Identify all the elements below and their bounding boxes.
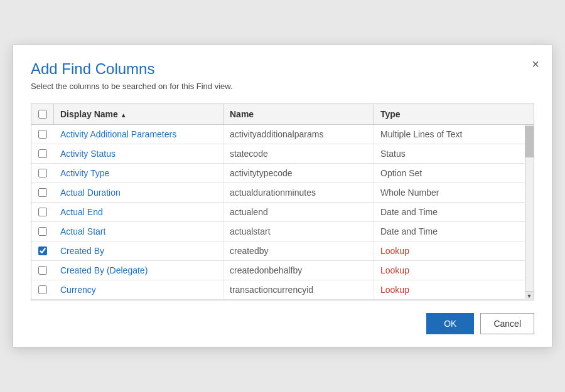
row-checkbox-8[interactable] [38,285,47,294]
add-find-columns-dialog: × Add Find Columns Select the columns to… [13,45,552,347]
dialog-footer: OK Cancel [31,313,534,334]
row-checkbox-cell-6[interactable] [31,241,54,260]
row-checkbox-cell-4[interactable] [31,203,54,221]
row-checkbox-5[interactable] [38,227,47,236]
row-checkbox-0[interactable] [38,130,47,139]
row-name-7: createdonbehalfby [223,261,374,280]
row-type-8: Lookup [374,280,534,299]
row-display-5: Actual Start [54,222,223,241]
table-row[interactable]: Currency transactioncurrencyid Lookup [31,280,534,300]
row-display-1: Activity Status [54,144,223,163]
row-name-3: actualdurationminutes [223,183,374,202]
header-checkbox-cell[interactable] [31,104,54,124]
row-display-7: Created By (Delegate) [54,261,223,280]
row-name-5: actualstart [223,222,374,241]
row-name-0: activityadditionalparams [223,125,374,144]
row-checkbox-7[interactable] [38,266,47,275]
row-checkbox-2[interactable] [38,169,47,177]
table-row[interactable]: Created By (Delegate) createdonbehalfby … [31,261,534,280]
sort-arrow-icon: ▲ [121,112,127,119]
header-display-name[interactable]: Display Name▲ [54,104,223,124]
table-body: Activity Additional Parameters activitya… [31,125,534,300]
scrollbar-track[interactable]: ▲ ▼ [525,125,534,300]
table-row[interactable]: Created By createdby Lookup [31,241,534,261]
table-row[interactable]: Actual Duration actualdurationminutes Wh… [31,183,534,203]
header-name: Name [223,104,374,124]
row-display-4: Actual End [54,203,223,221]
row-checkbox-6[interactable] [38,246,47,255]
cancel-button[interactable]: Cancel [480,313,534,334]
row-type-7: Lookup [374,261,534,280]
dialog-subtitle: Select the columns to be searched on for… [31,82,534,91]
row-type-2: Option Set [374,164,534,183]
row-name-1: statecode [223,144,374,163]
header-type: Type [374,104,534,124]
row-name-8: transactioncurrencyid [223,280,374,299]
row-checkbox-1[interactable] [38,149,47,158]
table-row[interactable]: Activity Status statecode Status [31,144,534,164]
row-display-6: Created By [54,241,223,260]
row-type-5: Date and Time [374,222,534,241]
row-display-0: Activity Additional Parameters [54,125,223,144]
ok-button[interactable]: OK [426,313,474,334]
scrollbar-arrow-down[interactable]: ▼ [525,291,534,300]
row-checkbox-cell-8[interactable] [31,280,54,299]
row-checkbox-cell-2[interactable] [31,164,54,183]
select-all-checkbox[interactable] [38,110,47,119]
row-name-4: actualend [223,203,374,221]
row-checkbox-cell-0[interactable] [31,125,54,144]
table-row[interactable]: Actual Start actualstart Date and Time [31,222,534,241]
table-header: Display Name▲ Name Type [31,104,534,125]
table-row[interactable]: Activity Type activitytypecode Option Se… [31,164,534,183]
row-type-6: Lookup [374,241,534,260]
columns-table: Display Name▲ Name Type Activity Additio… [31,103,534,300]
close-button[interactable]: × [532,58,539,70]
row-checkbox-cell-7[interactable] [31,261,54,280]
row-type-4: Date and Time [374,203,534,221]
row-display-3: Actual Duration [54,183,223,202]
row-type-0: Multiple Lines of Text [374,125,534,144]
row-name-2: activitytypecode [223,164,374,183]
row-type-1: Status [374,144,534,163]
row-checkbox-cell-3[interactable] [31,183,54,202]
dialog-title: Add Find Columns [31,60,534,78]
row-type-3: Whole Number [374,183,534,202]
row-checkbox-3[interactable] [38,188,47,197]
row-display-8: Currency [54,280,223,299]
row-checkbox-cell-5[interactable] [31,222,54,241]
table-row[interactable]: Actual End actualend Date and Time [31,203,534,222]
row-name-6: createdby [223,241,374,260]
scrollbar-thumb[interactable] [525,126,534,157]
table-row[interactable]: Activity Additional Parameters activitya… [31,125,534,144]
row-checkbox-4[interactable] [38,208,47,216]
row-checkbox-cell-1[interactable] [31,144,54,163]
row-display-2: Activity Type [54,164,223,183]
